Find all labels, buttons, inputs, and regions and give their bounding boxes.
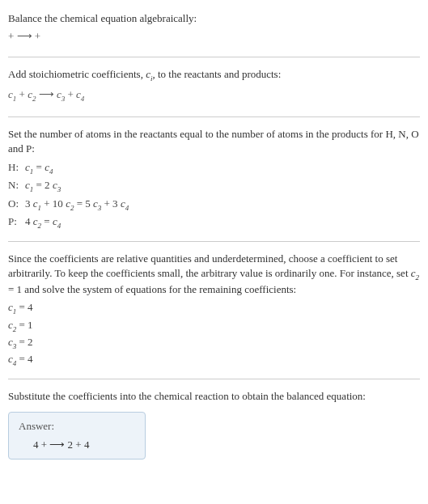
atoms-row-o: O: 3 c1 + 10 c2 = 5 c3 + 3 c4 [8, 196, 129, 214]
section-balance-intro: Balance the chemical equation algebraica… [8, 5, 420, 53]
heading-text-2: , to the reactants and products: [152, 68, 281, 80]
atoms-row-h: H: c1 = c4 [8, 159, 129, 177]
section-substitute: Substitute the coefficients into the che… [8, 383, 420, 466]
atoms-eq-n: c1 = 2 c3 [25, 177, 129, 195]
coeff-line-2: c2 = 1 [8, 318, 420, 334]
heading-atoms: Set the number of atoms in the reactants… [8, 127, 420, 156]
plus-1: + [16, 88, 28, 100]
atoms-eq-o: 3 c1 + 10 c2 = 5 c3 + 3 c4 [25, 196, 129, 214]
solve-text-1: Since the coefficients are relative quan… [8, 252, 411, 279]
divider-3 [8, 241, 420, 242]
solve-s: 2 [416, 273, 420, 282]
arrow-1: ⟶ [36, 88, 57, 100]
equation-with-coeffs: c1 + c2 ⟶ c3 + c4 [8, 87, 420, 104]
coeff-line-1: c1 = 4 [8, 300, 420, 316]
coeff-line-3: c3 = 2 [8, 335, 420, 351]
heading-text-1: Add stoichiometric coefficients, [8, 68, 146, 80]
atoms-eq-h: c1 = c4 [25, 159, 129, 177]
answer-label: Answer: [19, 419, 135, 434]
divider-1 [8, 57, 420, 57]
section-solve: Since the coefficients are relative quan… [8, 245, 420, 375]
heading-stoichiometric: Add stoichiometric coefficients, ci, to … [8, 67, 420, 83]
answer-box: Answer: 4 + ⟶ 2 + 4 [8, 412, 146, 459]
atoms-row-p: P: 4 c2 = c4 [8, 214, 129, 231]
coeff-line-4: c4 = 4 [8, 352, 420, 368]
section-atoms: Set the number of atoms in the reactants… [8, 121, 420, 238]
plus-2: + [65, 88, 76, 100]
solve-text-2: = 1 and solve the system of equations fo… [8, 283, 296, 295]
atoms-label-h: H: [8, 159, 25, 177]
atoms-table: H: c1 = c4 N: c1 = 2 c3 O: 3 c1 + 10 c2 … [8, 159, 129, 231]
c4-s: 4 [81, 94, 85, 102]
section-stoichiometric: Add stoichiometric coefficients, ci, to … [8, 61, 420, 112]
atoms-eq-p: 4 c2 = c4 [25, 214, 129, 231]
atoms-row-n: N: c1 = 2 c3 [8, 177, 129, 195]
heading-balance: Balance the chemical equation algebraica… [8, 11, 420, 26]
answer-content: 4 + ⟶ 2 + 4 [19, 438, 135, 452]
divider-4 [8, 379, 420, 379]
heading-solve: Since the coefficients are relative quan… [8, 252, 420, 298]
atoms-label-o: O: [8, 196, 25, 214]
atoms-label-n: N: [8, 177, 25, 195]
atoms-label-p: P: [8, 214, 25, 231]
equation-unbalanced: + ⟶ + [8, 29, 420, 44]
heading-substitute: Substitute the coefficients into the che… [8, 389, 420, 404]
divider-2 [8, 116, 420, 117]
